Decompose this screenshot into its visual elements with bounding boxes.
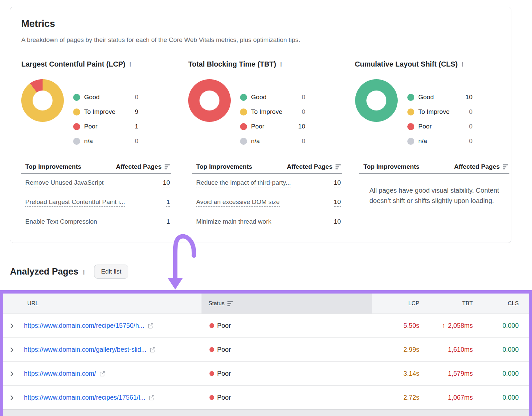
legend-label: n/a (84, 137, 93, 145)
lcp-metric-title: Largest Contentful Paint (LCP)i (21, 60, 131, 69)
affected-count-link[interactable]: 1 (166, 198, 170, 207)
legend-row-good: Good0 (240, 90, 305, 104)
to-improve-dot-icon (73, 108, 80, 115)
improvement-link[interactable]: Enable Text Compression (25, 218, 97, 226)
page-url-link[interactable]: https://www.domain.com/gallery/best-slid… (24, 346, 146, 353)
info-icon[interactable]: i (462, 61, 463, 68)
poor-dot-icon (407, 123, 414, 130)
lcp-cell: 3.14s (372, 362, 424, 385)
legend-row-good: Good10 (407, 90, 472, 104)
legend-label: To Improve (251, 108, 282, 115)
legend-row-good: Good0 (73, 90, 138, 104)
affected-count-link[interactable]: 1 (166, 218, 170, 226)
affected-count-link[interactable]: 10 (163, 179, 170, 187)
affected-pages-sort[interactable]: Affected Pages (454, 163, 508, 170)
expand-chevron-icon[interactable] (10, 346, 14, 353)
metrics-card-subtitle: A breakdown of pages by their status for… (21, 36, 300, 44)
poor-status-dot-icon (209, 347, 214, 352)
external-link-icon[interactable] (150, 347, 156, 353)
status-text: Poor (217, 322, 231, 329)
info-icon[interactable]: i (129, 61, 131, 68)
tbt-cell: ↑1,610ms (424, 338, 477, 361)
table-row: https://www.domain.com/gallery/best-slid… (3, 337, 529, 361)
page-url-link[interactable]: https://www.domain.com/ (24, 370, 96, 377)
legend-count: 0 (469, 123, 472, 130)
status-text: Poor (217, 394, 231, 401)
top-improvements-label: Top Improvements (363, 163, 420, 170)
analyzed-pages-table-frame: URL Status LCP TBT CLS https://www.domai… (0, 290, 532, 416)
affected-pages-sort[interactable]: Affected Pages (287, 163, 341, 170)
improvement-link[interactable]: Remove Unused JavaScript (25, 179, 104, 187)
legend-label: n/a (251, 137, 260, 145)
info-icon[interactable]: i (280, 61, 282, 68)
cls-cell: 0.000 (477, 314, 529, 337)
legend-label: Good (251, 94, 266, 101)
page-url-link[interactable]: https://www.domain.com/recipe/15750/h... (24, 322, 144, 329)
legend-label: Poor (418, 123, 432, 130)
improvements-header: Top Improvements Affected Pages (192, 160, 342, 173)
tbt-column-header: TBT (424, 294, 477, 313)
analyzed-pages-title: Analyzed Pages (10, 267, 78, 277)
poor-status-dot-icon (209, 371, 214, 376)
cls-metric-title: Cumulative Layout Shift (CLS)i (355, 60, 464, 69)
external-link-icon[interactable] (149, 395, 155, 401)
external-link-icon[interactable] (99, 371, 105, 377)
expand-chevron-icon[interactable] (10, 370, 14, 377)
lcp-donut-chart (21, 79, 64, 122)
tbt-cell: ↑1,067ms (424, 386, 477, 409)
legend-label: Poor (251, 123, 264, 130)
legend-label: Good (418, 94, 434, 101)
legend-count: 10 (466, 94, 472, 101)
improvement-link[interactable]: Reduce the impact of third-party... (196, 179, 291, 187)
cls-column-header: CLS (477, 294, 529, 313)
improvement-link[interactable]: Minimize main thread work (196, 218, 271, 226)
improvement-link[interactable]: Avoid an excessive DOM size (196, 198, 280, 207)
improvement-row: Enable Text Compression1 (21, 212, 171, 232)
cls-metric-title-text: Cumulative Layout Shift (CLS) (355, 60, 458, 68)
poor-dot-icon (73, 123, 80, 130)
trend-up-icon: ↑ (442, 322, 445, 329)
na-dot-icon (240, 138, 247, 145)
affected-count-link[interactable]: 10 (334, 179, 341, 187)
poor-status-dot-icon (209, 395, 214, 400)
legend-label: To Improve (418, 108, 450, 115)
lcp-legend: Good0 To Improve9 Poor1 n/a0 (73, 90, 138, 148)
table-row: https://www.domain.com/recipes/17561/l..… (3, 385, 529, 409)
legend-row-na: n/a0 (240, 134, 305, 148)
improvement-row: Preload Largest Contentful Paint i...1 (21, 193, 171, 212)
legend-row-to-improve: To Improve9 (73, 104, 138, 119)
affected-count-link[interactable]: 10 (334, 198, 341, 207)
info-icon[interactable]: i (83, 269, 85, 276)
table-header-row: URL Status LCP TBT CLS (3, 294, 529, 313)
url-cell: https://www.domain.com/gallery/best-slid… (3, 338, 201, 361)
tbt-donut-chart (188, 79, 231, 122)
top-improvements-label: Top Improvements (196, 163, 252, 170)
external-link-icon[interactable] (148, 323, 154, 329)
legend-row-to-improve: To Improve0 (240, 104, 305, 119)
poor-status-dot-icon (209, 323, 214, 328)
table-scroll-strip[interactable] (3, 409, 529, 416)
expand-chevron-icon[interactable] (10, 394, 14, 401)
status-cell: Poor (201, 386, 372, 409)
improvement-row: Avoid an excessive DOM size10 (192, 193, 342, 212)
lcp-cell: 2.72s (372, 386, 424, 409)
na-dot-icon (73, 138, 80, 145)
expand-chevron-icon[interactable] (10, 322, 14, 329)
status-header-label: Status (208, 300, 224, 307)
improvements-header: Top Improvements Affected Pages (21, 160, 171, 173)
good-dot-icon (407, 94, 414, 101)
status-cell: Poor (201, 338, 372, 361)
legend-count: 0 (135, 137, 138, 145)
affected-pages-sort[interactable]: Affected Pages (116, 163, 170, 170)
affected-count-link[interactable]: 10 (334, 218, 341, 226)
status-text: Poor (217, 370, 231, 377)
legend-count: 0 (469, 108, 472, 115)
status-column-header[interactable]: Status (201, 294, 372, 313)
edit-list-button[interactable]: Edit list (94, 265, 128, 279)
page-url-link[interactable]: https://www.domain.com/recipes/17561/l..… (24, 394, 145, 401)
lcp-cell: 2.99s (372, 338, 424, 361)
improvement-link[interactable]: Preload Largest Contentful Paint i... (25, 198, 125, 207)
cls-cell: 0.000 (477, 386, 529, 409)
tbt-improvements: Top Improvements Affected Pages Reduce t… (192, 160, 342, 232)
legend-count: 0 (469, 137, 472, 145)
